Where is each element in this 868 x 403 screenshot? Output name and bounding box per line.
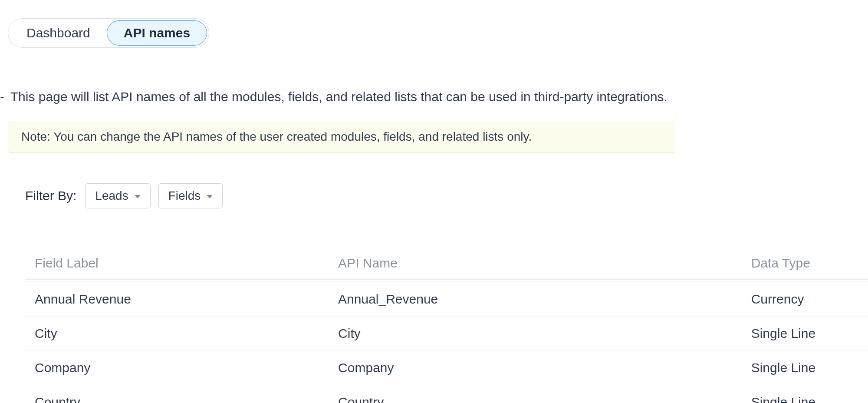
cell-api-name: City [329, 317, 742, 351]
filter-scope-value: Fields [168, 189, 201, 203]
filter-by-label: Filter By: [25, 188, 76, 203]
col-header-data-type[interactable]: Data Type [742, 247, 868, 280]
table-row[interactable]: CityCitySingle Line [25, 317, 868, 351]
chevron-down-icon [207, 195, 213, 198]
cell-data-type: Single Line [742, 317, 868, 351]
api-names-table: Field Label API Name Data Type Annual Re… [25, 247, 868, 403]
col-header-field-label[interactable]: Field Label [25, 247, 329, 280]
table-row[interactable]: Annual RevenueAnnual_RevenueCurrency [25, 280, 868, 317]
cell-api-name: Annual_Revenue [329, 280, 742, 317]
cell-field-label: City [25, 317, 329, 351]
view-tabs: Dashboard API names [8, 18, 209, 48]
chevron-down-icon [135, 195, 141, 198]
note-banner: Note: You can change the API names of th… [8, 121, 675, 153]
table-header-row: Field Label API Name Data Type [25, 247, 868, 280]
view-tabs-pill: Dashboard API names [8, 18, 209, 48]
table-row[interactable]: CountryCountrySingle Line [25, 385, 868, 403]
page-description: - This page will list API names of all t… [0, 89, 667, 104]
cell-api-name: Country [329, 385, 742, 403]
tab-dashboard[interactable]: Dashboard [10, 20, 107, 46]
filter-module-dropdown[interactable]: Leads [85, 183, 150, 208]
bullet-dash: - [0, 89, 4, 104]
table-row[interactable]: CompanyCompanySingle Line [25, 351, 868, 385]
cell-field-label: Country [25, 385, 329, 403]
tab-api-names[interactable]: API names [107, 20, 207, 46]
cell-data-type: Currency [742, 280, 868, 317]
api-names-table-body: Annual RevenueAnnual_RevenueCurrencyCity… [25, 280, 868, 403]
cell-api-name: Company [329, 351, 742, 385]
filter-module-value: Leads [95, 189, 128, 203]
filter-scope-dropdown[interactable]: Fields [158, 183, 223, 208]
cell-data-type: Single Line [742, 385, 868, 403]
cell-field-label: Company [25, 351, 329, 385]
cell-field-label: Annual Revenue [25, 280, 329, 317]
col-header-api-name[interactable]: API Name [329, 247, 742, 280]
cell-data-type: Single Line [742, 351, 868, 385]
page-description-text: This page will list API names of all the… [10, 89, 667, 104]
filter-row: Filter By: Leads Fields [25, 183, 223, 208]
